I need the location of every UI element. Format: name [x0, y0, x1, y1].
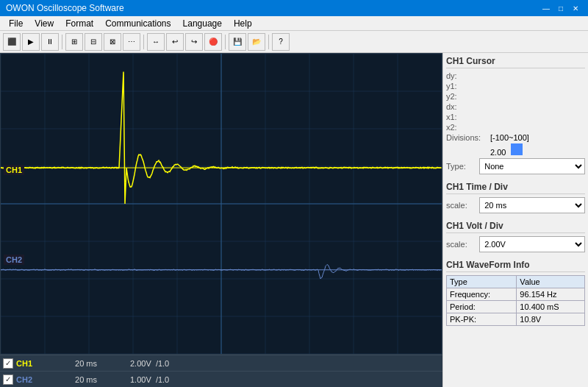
scope-area: CH1 CH2 ✓ CH1 20 ms 2.00V /1.0 ✓ CH2 20 …: [0, 53, 442, 387]
waveform-info-section: CH1 WaveForm Info Type Value Frequency:9…: [446, 260, 585, 326]
ch2-checkbox[interactable]: ✓: [3, 374, 13, 385]
toolbar-sep-3: [225, 35, 226, 49]
toolbar-btn-8[interactable]: ↔: [147, 33, 165, 51]
menu-bar: File View Format Communications Language…: [0, 16, 588, 31]
time-scale-row: scale: 20 ms 10 ms 5 ms 2 ms 1 ms: [446, 197, 585, 213]
blue-square-indicator: [511, 143, 523, 155]
cursor-type-row: Type: None Horizontal Vertical: [446, 158, 585, 174]
info-header-value: Value: [517, 276, 585, 288]
cursor-section: CH1 Cursor dy: y1: y2: dx: x1:: [446, 56, 585, 176]
status-ch1-volt: 2.00V /1.0: [130, 359, 169, 368]
toolbar-sep-1: [62, 35, 62, 49]
window-title: OWON Oscilloscope Software: [6, 3, 124, 13]
status-ch2-label: CH2: [16, 375, 42, 384]
ch2-label: CH2: [4, 255, 24, 265]
toolbar-btn-6[interactable]: ⊠: [104, 33, 121, 51]
info-value-cell: 96.154 Hz: [517, 288, 585, 301]
title-bar: OWON Oscilloscope Software — □ ✕: [0, 0, 588, 16]
volt-scale-select[interactable]: 2.00V 1.00V 500mV 200mV 100mV: [479, 236, 585, 252]
divisions-row: Divisions: [-100~100]: [446, 133, 585, 142]
divisions-range: [-100~100]: [490, 133, 585, 142]
toolbar-btn-2[interactable]: ▶: [22, 33, 40, 51]
menu-format[interactable]: Format: [60, 17, 99, 30]
status-ch1-time: 20 ms: [42, 359, 130, 368]
menu-language[interactable]: Language: [177, 17, 228, 30]
cursor-y1: y1:: [446, 82, 585, 90]
cursor-type-select[interactable]: None Horizontal Vertical: [479, 158, 585, 174]
table-row: PK-PK:10.8V: [447, 313, 585, 326]
ch1-checkbox[interactable]: ✓: [3, 358, 13, 369]
table-row: Frequency:96.154 Hz: [447, 288, 585, 301]
toolbar-btn-3[interactable]: ⏸: [41, 33, 59, 51]
cursor-title: CH1 Cursor: [446, 56, 585, 68]
toolbar-btn-13[interactable]: 📂: [248, 33, 265, 51]
right-panel: CH1 Cursor dy: y1: y2: dx: x1:: [442, 53, 588, 387]
status-bar: ✓ CH1 20 ms 2.00V /1.0 ✓ CH2 20 ms 1.00V…: [0, 355, 442, 387]
cursor-x2: x2:: [446, 123, 585, 132]
toolbar: ⬛ ▶ ⏸ ⊞ ⊟ ⊠ ⋯ ↔ ↩ ↪ 🔴 💾 📂 ?: [0, 31, 588, 53]
menu-help[interactable]: Help: [228, 17, 258, 30]
status-ch1-label: CH1: [16, 359, 42, 368]
status-row-ch1: ✓ CH1 20 ms 2.00V /1.0: [0, 355, 442, 371]
info-header-type: Type: [447, 276, 517, 288]
scope-display: CH1 CH2: [0, 53, 442, 355]
table-row: Period:10.400 mS: [447, 301, 585, 313]
toolbar-btn-7[interactable]: ⋯: [123, 33, 140, 51]
cursor-y2: y2:: [446, 92, 585, 101]
toolbar-btn-5[interactable]: ⊟: [85, 33, 102, 51]
minimize-button[interactable]: —: [539, 2, 553, 14]
time-div-section: CH1 Time / Div scale: 20 ms 10 ms 5 ms 2…: [446, 182, 585, 215]
divisions-value-row: 2.00: [446, 143, 585, 157]
close-button[interactable]: ✕: [569, 2, 582, 14]
info-value-cell: 10.400 mS: [517, 301, 585, 313]
window-controls: — □ ✕: [539, 2, 582, 14]
waveform-info-title: CH1 WaveForm Info: [446, 260, 585, 272]
info-type-cell: Frequency:: [447, 288, 517, 301]
cursor-x1: x1:: [446, 113, 585, 121]
toolbar-btn-10[interactable]: ↪: [185, 33, 203, 51]
toolbar-sep-4: [268, 35, 269, 49]
toolbar-btn-11[interactable]: 🔴: [204, 33, 222, 51]
toolbar-btn-1[interactable]: ⬛: [3, 33, 21, 51]
info-value-cell: 10.8V: [517, 313, 585, 326]
status-ch2-volt: 1.00V /1.0: [130, 375, 169, 384]
toolbar-sep-2: [143, 35, 144, 49]
info-type-cell: Period:: [447, 301, 517, 313]
status-ch2-time: 20 ms: [42, 375, 130, 384]
scope-canvas: [1, 54, 442, 354]
time-div-title: CH1 Time / Div: [446, 182, 585, 194]
divisions-value: 2.00: [490, 143, 585, 157]
status-row-ch2: ✓ CH2 20 ms 1.00V /1.0: [0, 371, 442, 387]
toolbar-btn-14[interactable]: ?: [272, 33, 290, 51]
toolbar-btn-9[interactable]: ↩: [166, 33, 184, 51]
menu-view[interactable]: View: [29, 17, 60, 30]
volt-div-section: CH1 Volt / Div scale: 2.00V 1.00V 500mV …: [446, 221, 585, 254]
menu-file[interactable]: File: [3, 17, 29, 30]
toolbar-btn-12[interactable]: 💾: [229, 33, 246, 51]
main-content: CH1 CH2 ✓ CH1 20 ms 2.00V /1.0 ✓ CH2 20 …: [0, 53, 588, 387]
maximize-button[interactable]: □: [554, 2, 567, 14]
ch1-label: CH1: [4, 165, 24, 175]
menu-communications[interactable]: Communications: [99, 17, 176, 30]
time-scale-select[interactable]: 20 ms 10 ms 5 ms 2 ms 1 ms: [479, 197, 585, 213]
cursor-dx: dx:: [446, 102, 585, 111]
info-type-cell: PK-PK:: [447, 313, 517, 326]
volt-div-title: CH1 Volt / Div: [446, 221, 585, 233]
volt-scale-row: scale: 2.00V 1.00V 500mV 200mV 100mV: [446, 236, 585, 252]
waveform-info-table: Type Value Frequency:96.154 HzPeriod:10.…: [446, 275, 585, 326]
cursor-dy: dy:: [446, 71, 585, 80]
toolbar-btn-4[interactable]: ⊞: [65, 33, 83, 51]
